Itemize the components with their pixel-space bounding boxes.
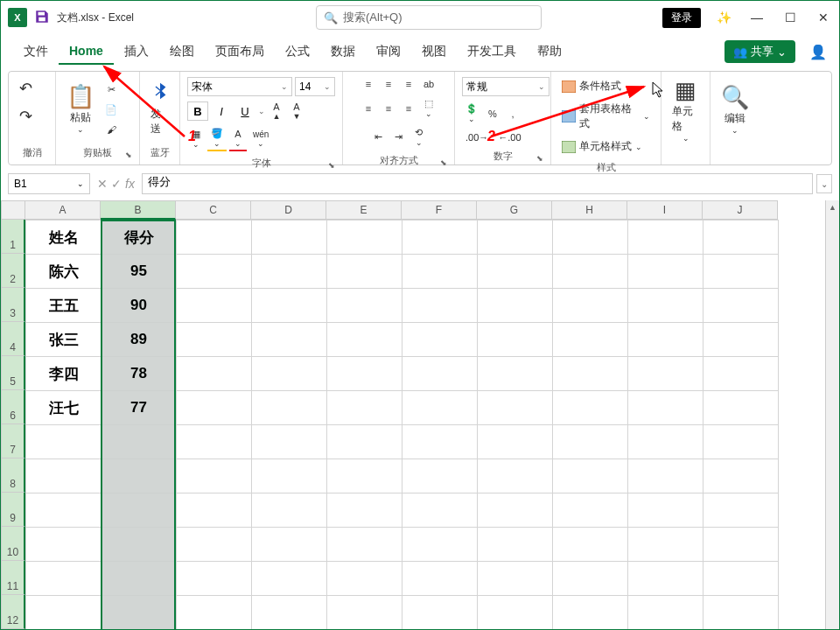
- tab-view[interactable]: 视图: [411, 38, 457, 65]
- close-button[interactable]: ✕: [813, 7, 834, 28]
- col-header-h[interactable]: H: [552, 200, 627, 220]
- col-header-i[interactable]: I: [627, 200, 703, 220]
- expand-formula-bar-icon[interactable]: ⌄: [816, 174, 832, 193]
- row-header[interactable]: 8: [1, 458, 25, 493]
- undo-button[interactable]: ↶: [16, 79, 36, 98]
- maximize-button[interactable]: ☐: [780, 7, 801, 28]
- search-box[interactable]: 🔍 搜索(Alt+Q): [316, 5, 542, 30]
- tab-file[interactable]: 文件: [13, 38, 59, 65]
- underline-button[interactable]: U: [234, 102, 256, 121]
- cell-a1[interactable]: 姓名: [26, 220, 102, 255]
- align-right-button[interactable]: ≡: [400, 102, 417, 116]
- row-header[interactable]: 4: [1, 322, 25, 356]
- formula-input[interactable]: 得分: [142, 173, 813, 194]
- tab-dev-tools[interactable]: 开发工具: [457, 38, 527, 65]
- login-button[interactable]: 登录: [662, 8, 701, 28]
- cell-a5[interactable]: 李四: [26, 357, 102, 391]
- align-middle-button[interactable]: ≡: [380, 77, 397, 91]
- coming-soon-icon[interactable]: ✨: [713, 7, 734, 28]
- cell-a4[interactable]: 张三: [26, 323, 102, 357]
- format-painter-button[interactable]: 🖌: [102, 122, 121, 136]
- font-name-combo[interactable]: 宋体⌄: [187, 77, 292, 96]
- cut-button[interactable]: ✂: [102, 82, 121, 97]
- number-format-combo[interactable]: 常规⌄: [462, 77, 550, 96]
- col-header-e[interactable]: E: [326, 200, 402, 220]
- row-header[interactable]: 7: [1, 424, 25, 458]
- bluetooth-send-button[interactable]: 发送: [147, 80, 172, 138]
- align-bottom-button[interactable]: ≡: [400, 77, 417, 91]
- col-header-a[interactable]: A: [25, 200, 101, 220]
- grow-font-button[interactable]: A▲: [268, 100, 285, 122]
- cell-a6[interactable]: 汪七: [26, 391, 102, 425]
- font-launcher-icon[interactable]: ⬊: [328, 161, 335, 170]
- orientation-button[interactable]: ⟲⌄: [410, 125, 428, 149]
- currency-button[interactable]: 💲⌄: [462, 102, 481, 125]
- merge-button[interactable]: ⬚⌄: [420, 96, 438, 120]
- italic-button[interactable]: I: [211, 102, 232, 121]
- comments-icon[interactable]: 👤: [809, 44, 827, 60]
- number-launcher-icon[interactable]: ⬊: [536, 154, 543, 163]
- tab-review[interactable]: 审阅: [366, 38, 411, 65]
- col-header-f[interactable]: F: [402, 200, 477, 220]
- cell-b3[interactable]: 90: [102, 289, 177, 323]
- align-top-button[interactable]: ≡: [360, 77, 377, 91]
- dec-decimal-button[interactable]: ←.00: [494, 130, 524, 144]
- wrap-text-button[interactable]: ab: [420, 77, 438, 91]
- font-size-combo[interactable]: 14⌄: [295, 77, 335, 96]
- conditional-format-button[interactable]: 条件格式⌄: [558, 77, 635, 95]
- redo-button[interactable]: ↷: [16, 107, 36, 126]
- tab-page-layout[interactable]: 页面布局: [205, 38, 275, 65]
- copy-button[interactable]: 📄: [102, 102, 121, 117]
- tab-home[interactable]: Home: [59, 38, 114, 65]
- align-launcher-icon[interactable]: ⬊: [440, 158, 447, 167]
- indent-inc-button[interactable]: ⇥: [390, 130, 408, 144]
- percent-button[interactable]: %: [484, 107, 501, 121]
- col-header-j[interactable]: J: [703, 200, 778, 220]
- vertical-scrollbar[interactable]: ▲: [825, 200, 839, 629]
- share-button[interactable]: 👥 共享 ⌄: [724, 40, 795, 63]
- fx-icon[interactable]: fx: [125, 177, 135, 191]
- row-header[interactable]: 9: [1, 493, 25, 527]
- spreadsheet-grid[interactable]: A B C D E F G H I J 1 2 3 4 5 6 7 8 9 10…: [1, 200, 839, 629]
- row-header[interactable]: 5: [1, 356, 25, 390]
- cells-format-button[interactable]: ▦ 单元格 ⌄: [668, 77, 703, 144]
- cell-b4[interactable]: 89: [102, 323, 177, 357]
- fill-color-button[interactable]: 🪣⌄: [207, 126, 227, 151]
- paste-button[interactable]: 📋 粘贴 ⌄: [63, 83, 98, 136]
- row-header[interactable]: 3: [1, 288, 25, 322]
- table-format-button[interactable]: 套用表格格式⌄: [558, 100, 654, 133]
- cell-b6[interactable]: 77: [102, 391, 177, 425]
- tab-data[interactable]: 数据: [320, 38, 366, 65]
- scroll-up-icon[interactable]: ▲: [826, 200, 839, 214]
- cell-style-button[interactable]: 单元格样式⌄: [558, 137, 646, 156]
- font-color-button[interactable]: A⌄: [229, 127, 247, 151]
- bold-button[interactable]: B: [187, 102, 208, 121]
- col-header-c[interactable]: C: [176, 200, 251, 220]
- col-header-g[interactable]: G: [477, 200, 552, 220]
- save-icon[interactable]: [34, 9, 52, 26]
- cell-b1[interactable]: 得分: [102, 220, 177, 255]
- col-header-d[interactable]: D: [251, 200, 326, 220]
- minimize-button[interactable]: —: [746, 7, 767, 28]
- row-header[interactable]: 12: [1, 595, 25, 629]
- row-header[interactable]: 2: [1, 254, 25, 288]
- phonetic-button[interactable]: wén⌄: [249, 128, 272, 150]
- clipboard-launcher-icon[interactable]: ⬊: [125, 150, 132, 159]
- row-header[interactable]: 6: [1, 390, 25, 424]
- border-button[interactable]: ▦⌄: [187, 127, 205, 150]
- tab-insert[interactable]: 插入: [114, 38, 159, 65]
- cell-a3[interactable]: 王五: [26, 289, 102, 323]
- indent-dec-button[interactable]: ⇤: [370, 130, 388, 144]
- cancel-formula-icon[interactable]: ✕: [97, 177, 108, 191]
- enter-formula-icon[interactable]: ✓: [111, 177, 122, 191]
- align-left-button[interactable]: ≡: [360, 102, 377, 116]
- select-all-corner[interactable]: [1, 200, 25, 220]
- shrink-font-button[interactable]: A▼: [288, 100, 305, 122]
- cell-b5[interactable]: 78: [102, 357, 177, 391]
- row-header[interactable]: 1: [1, 220, 25, 254]
- editing-button[interactable]: 🔍 编辑 ⌄: [718, 84, 752, 136]
- cell-b2[interactable]: 95: [102, 255, 177, 289]
- row-header[interactable]: 11: [1, 561, 25, 595]
- inc-decimal-button[interactable]: .00→: [462, 130, 492, 144]
- align-center-button[interactable]: ≡: [380, 102, 397, 116]
